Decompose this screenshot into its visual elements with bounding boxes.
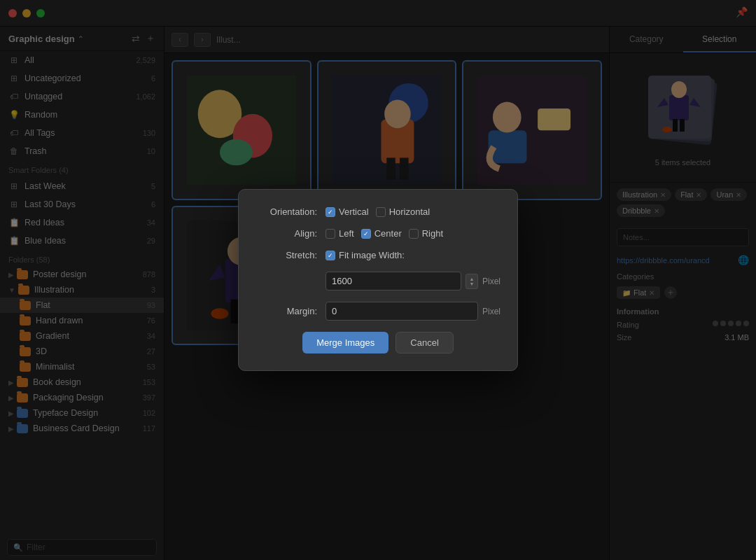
modal-overlay: Orientation: ✓ Vertical Horizontal Align… — [0, 0, 756, 560]
right-checkbox[interactable] — [409, 229, 419, 239]
orientation-row: Orientation: ✓ Vertical Horizontal — [255, 206, 500, 217]
vertical-label: Vertical — [339, 206, 369, 217]
horizontal-label: Horizontal — [389, 206, 430, 217]
width-spinner[interactable]: ▲▼ — [465, 274, 478, 289]
right-option[interactable]: Right — [409, 228, 443, 239]
margin-row: Margin: Pixel — [255, 302, 500, 321]
margin-unit: Pixel — [482, 307, 500, 316]
merge-images-modal: Orientation: ✓ Vertical Horizontal Align… — [238, 189, 518, 371]
fit-image-option[interactable]: ✓ Fit image Width: — [326, 250, 405, 260]
modal-actions: Merge Images Cancel — [255, 332, 500, 354]
width-unit: Pixel — [482, 276, 500, 286]
horizontal-option[interactable]: Horizontal — [376, 206, 430, 217]
horizontal-checkbox[interactable] — [376, 207, 386, 217]
merge-images-button[interactable]: Merge Images — [302, 332, 388, 354]
right-label: Right — [422, 228, 443, 239]
fit-image-label: Fit image Width: — [339, 250, 405, 260]
vertical-option[interactable]: ✓ Vertical — [326, 206, 369, 217]
align-row: Align: Left ✓ Center Right — [255, 228, 500, 239]
stretch-label: Stretch: — [255, 250, 326, 260]
cancel-button[interactable]: Cancel — [396, 332, 453, 354]
center-label: Center — [374, 228, 402, 239]
left-checkbox[interactable] — [326, 229, 335, 239]
margin-input-row: Pixel — [326, 302, 500, 321]
stretch-row: Stretch: ✓ Fit image Width: — [255, 250, 500, 260]
center-checkbox[interactable]: ✓ — [361, 229, 371, 239]
vertical-checkbox[interactable]: ✓ — [326, 207, 335, 217]
fit-checkbox[interactable]: ✓ — [326, 251, 335, 260]
width-input[interactable] — [326, 272, 461, 290]
width-input-row: ▲▼ Pixel — [326, 272, 500, 290]
align-controls: Left ✓ Center Right — [326, 228, 500, 239]
margin-input[interactable] — [326, 302, 478, 321]
stretch-controls: ✓ Fit image Width: — [326, 250, 500, 260]
align-label: Align: — [255, 228, 326, 239]
orientation-controls: ✓ Vertical Horizontal — [326, 206, 500, 217]
width-row: ▲▼ Pixel — [255, 272, 500, 290]
center-option[interactable]: ✓ Center — [361, 228, 402, 239]
margin-label: Margin: — [255, 306, 326, 316]
left-option[interactable]: Left — [326, 228, 354, 239]
left-label: Left — [339, 228, 354, 239]
orientation-label: Orientation: — [255, 206, 326, 217]
